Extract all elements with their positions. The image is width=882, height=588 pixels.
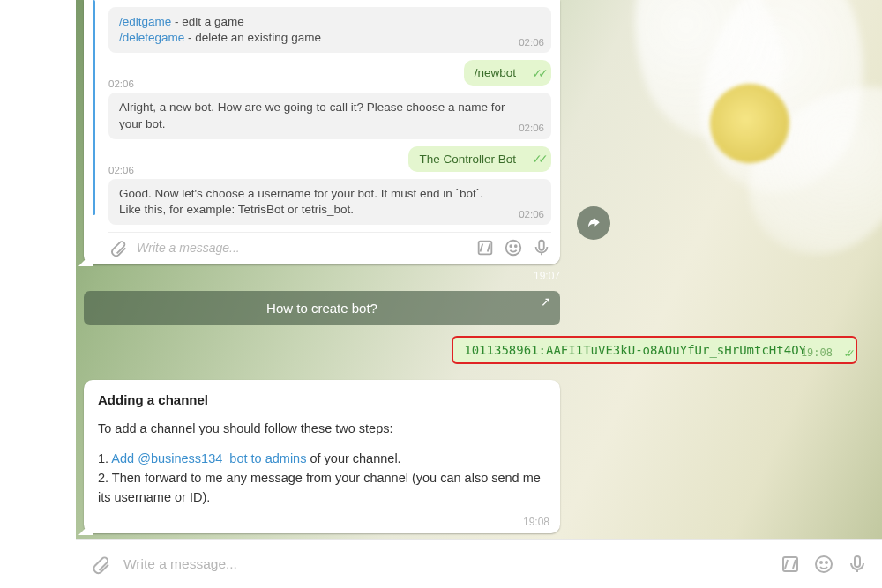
attach-icon[interactable] xyxy=(90,554,111,575)
timestamp: 19:07 xyxy=(84,270,560,282)
timestamp: 02:06 xyxy=(108,165,134,175)
forwarded-screenshot-card: /editgame - edit a game /deletegame - de… xyxy=(84,0,560,264)
reply-indicator xyxy=(93,0,95,215)
card-steps: 1. Add @business134_bot to admins of you… xyxy=(98,450,546,507)
mic-icon[interactable] xyxy=(847,554,868,575)
svg-rect-4 xyxy=(539,241,544,250)
bot-message: /editgame - edit a game /deletegame - de… xyxy=(108,7,551,53)
how-to-create-bot-button[interactable]: How to create bot? ↗ xyxy=(84,291,560,325)
api-token-message[interactable]: 1011358961:AAFI1TuVE3kU-o8AOuYfUr_sHrUmt… xyxy=(452,336,857,364)
adding-channel-card: Adding a channel To add a channel you sh… xyxy=(84,380,560,533)
external-link-icon: ↗ xyxy=(541,294,551,309)
chat-column: /editgame - edit a game /deletegame - de… xyxy=(84,0,882,588)
bot-message: Alright, a new bot. How are we going to … xyxy=(108,93,551,138)
svg-point-3 xyxy=(515,246,517,248)
nested-composer: Write a message... xyxy=(108,232,551,257)
telegram-chat-window: /editgame - edit a game /deletegame - de… xyxy=(0,0,882,588)
user-message: The Controller Bot ✓✓ xyxy=(408,146,551,172)
command-link[interactable]: /editgame xyxy=(119,15,171,28)
token-text: 1011358961:AAFI1TuVE3kU-o8AOuYfUr_sHrUmt… xyxy=(464,343,806,357)
svg-point-2 xyxy=(510,246,512,248)
emoji-icon[interactable] xyxy=(813,554,834,575)
read-ticks-icon: ✓✓ xyxy=(844,346,850,360)
svg-point-1 xyxy=(506,241,521,256)
svg-point-7 xyxy=(820,562,822,563)
read-ticks-icon: ✓✓ xyxy=(532,66,544,80)
emoji-icon[interactable] xyxy=(504,238,523,257)
message-composer: Write a message... xyxy=(76,539,882,588)
command-link[interactable]: /deletegame xyxy=(119,31,184,44)
share-button[interactable] xyxy=(577,206,610,240)
command-icon[interactable] xyxy=(475,238,495,257)
svg-point-8 xyxy=(826,562,827,563)
svg-rect-0 xyxy=(479,242,492,255)
left-gutter xyxy=(0,0,76,588)
svg-point-6 xyxy=(816,556,832,572)
card-intro: To add a channel you should follow these… xyxy=(98,420,546,439)
svg-rect-5 xyxy=(783,557,797,571)
timestamp: 02:06 xyxy=(108,78,134,89)
read-ticks-icon: ✓✓ xyxy=(532,152,544,166)
timestamp: 02:06 xyxy=(519,122,544,136)
user-message: /newbot ✓✓ xyxy=(464,60,551,86)
timestamp: 19:08 xyxy=(523,516,549,528)
nested-input-placeholder[interactable]: Write a message... xyxy=(137,241,467,255)
command-icon[interactable] xyxy=(780,554,801,575)
svg-rect-9 xyxy=(855,556,860,567)
timestamp: 02:06 xyxy=(519,208,544,222)
bot-message: Good. Now let's choose a username for yo… xyxy=(108,179,551,225)
attach-icon[interactable] xyxy=(108,238,128,257)
timestamp: 02:06 xyxy=(519,36,544,50)
card-title: Adding a channel xyxy=(98,392,546,407)
timestamp: 19:08 xyxy=(801,346,833,359)
composer-input[interactable]: Write a message... xyxy=(123,556,767,572)
add-bot-admins-link[interactable]: Add @business134_bot to admins xyxy=(111,451,306,465)
mic-icon[interactable] xyxy=(532,238,551,257)
